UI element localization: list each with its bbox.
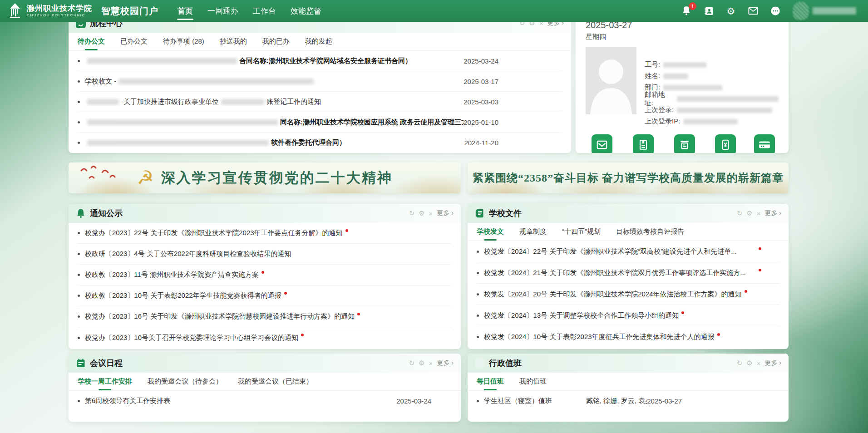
process-tab[interactable]: 我的发起 [305, 33, 332, 50]
profile-card: 2025-03-27 星期四 工号:姓名:部门:邮箱地址:上次登录:上次登录IP… [576, 14, 789, 153]
item-text: -关于加快推进市级行政事业单位账登记工作的通知 [85, 98, 464, 106]
item-text: 软件著作委托代理合同） [85, 138, 464, 147]
refresh-icon[interactable]: ↻ [409, 209, 415, 217]
item-date: 2025-03-03 [464, 98, 498, 106]
more-link[interactable]: 更多 › [437, 209, 454, 217]
field-label: 工号: [645, 60, 660, 69]
bell-icon[interactable]: 1 [681, 6, 691, 16]
notice-list-item[interactable]: 校党办〔2023〕10号关于召开学校党委理论学习中心组学习会议的通知 [78, 327, 452, 348]
item-date: 2025-03-17 [464, 78, 498, 85]
close-icon[interactable]: × [429, 210, 433, 217]
bullet-icon [78, 232, 80, 234]
quick-link-我的邮件[interactable]: 我的邮件 [589, 134, 615, 153]
file-list-item[interactable]: 校党发〔2024〕10号 关于表彰2023年度征兵工作先进集体和先进个人的通报 [477, 326, 779, 348]
bullet-icon [477, 400, 479, 402]
meetings-tab[interactable]: 我的受邀会议（已结束） [238, 373, 313, 390]
process-list-item[interactable]: 软件著作委托代理合同）2024-11-20 [78, 133, 562, 153]
gear-icon[interactable]: ⚙ [746, 359, 752, 367]
file-list-item[interactable]: 校党发〔2024〕20号 关于印发《滁州职业技术学院2024年依法治校工作方案》… [477, 284, 779, 305]
mail-icon[interactable] [748, 6, 758, 16]
quick-link-图书借阅[interactable]: 图书借阅 [631, 134, 656, 153]
quick-link-一卡通[interactable]: 一卡通 [754, 134, 775, 153]
process-tab[interactable]: 待办事项 (28) [163, 33, 204, 50]
process-tab[interactable]: 已办公文 [120, 33, 148, 50]
unread-dot [759, 247, 761, 250]
redacted-value [677, 108, 772, 113]
item-date: 2025-03-27 [647, 397, 682, 405]
meetings-tab[interactable]: 我的受邀会议（待参会） [148, 373, 222, 390]
process-list-item[interactable]: 学校收文 -2025-03-17 [78, 71, 562, 92]
document-icon [475, 208, 485, 218]
process-list-item[interactable]: 合同名称:滁州职业技术学院网站域名安全服务证书合同）2025-03-24 [78, 51, 562, 71]
duty-tabs: 每日值班我的值班 [468, 373, 789, 391]
more-link[interactable]: 更多 › [764, 209, 781, 217]
card-controls: ↻⚙×更多 › [409, 359, 454, 367]
user-menu[interactable] [793, 2, 856, 20]
more-link[interactable]: 更多 › [437, 359, 454, 367]
nav-item-效能监督[interactable]: 效能监督 [291, 0, 321, 22]
process-tab[interactable]: 我的已办 [262, 33, 290, 50]
bullet-icon [78, 253, 80, 255]
notice-list-item[interactable]: 校政研〔2023〕4号 关于公布2022年度科研项目检查验收结果的通知 [78, 244, 452, 265]
files-tab[interactable]: 学校发文 [477, 223, 504, 241]
settings-gear-icon[interactable]: ⚙ [726, 6, 736, 16]
profile-photo-placeholder [586, 47, 636, 114]
notice-list-item[interactable]: 校政教〔2023〕11号 滁州职业技术学院资产清查实施方案 [78, 265, 452, 285]
gear-icon[interactable]: ⚙ [746, 209, 752, 217]
nav-item-一网通办[interactable]: 一网通办 [207, 0, 238, 22]
close-icon[interactable]: × [757, 359, 761, 367]
gear-icon[interactable]: ⚙ [419, 209, 424, 217]
notice-list-item[interactable]: 校政教〔2023〕10号 关于表彰2022年学生技能竞赛获得者的通报 [78, 285, 452, 306]
file-list-item[interactable]: 校党发〔2024〕13号 关于调整学校校企合作工作领导小组的通知 [477, 305, 779, 326]
files-tab[interactable]: 规章制度 [519, 223, 547, 241]
quick-link-我的工资[interactable]: 我的工资 [713, 134, 738, 153]
party-emblem-icon: ☭ [137, 168, 154, 187]
unread-dot [717, 333, 720, 336]
gear-icon[interactable]: ⚙ [419, 359, 424, 367]
file-list-item[interactable]: 校党发〔2024〕21号 关于印发《滁州职业技术学院双月优秀工作事项评选工作实施… [477, 262, 779, 284]
banner-party-spirit[interactable]: ☭ 深入学习宣传贯彻党的二十大精神 [69, 162, 461, 193]
meeting-list-item[interactable]: 第6周校领导有关工作安排表2025-03-24 [78, 391, 452, 411]
file-list-item[interactable]: 校党发〔2024〕22号 关于印发《滁州职业技术学院“双高校”建设先进个人和先进… [477, 241, 779, 262]
user-avatar [793, 2, 809, 20]
process-tab[interactable]: 待办公文 [78, 33, 105, 50]
profile-field: 姓名: [645, 70, 779, 82]
portal-title: 智慧校园门户 [101, 5, 158, 17]
item-text: 校党办〔2023〕22号 关于印发《滁州职业技术学院2023年工作要点任务分解》… [85, 229, 452, 237]
files-tab[interactable]: “十四五”规划 [562, 223, 601, 241]
meetings-tab[interactable]: 学校一周工作安排 [78, 373, 132, 390]
duty-header: 行政值班 ↻⚙×更多 › [468, 354, 789, 373]
card-icon [754, 134, 775, 153]
banner-goal-slogan[interactable]: 紧紧围绕“2358”奋斗目标 奋力谱写学校高质量发展的崭新篇章 [468, 162, 789, 193]
bullet-icon [78, 121, 80, 123]
nav-item-首页[interactable]: 首页 [178, 0, 193, 22]
book-icon [633, 134, 654, 153]
notice-list-item[interactable]: 校党办〔2023〕16号 关于印发《滁州职业技术学院智慧校园建设推进年行动方案》… [78, 306, 452, 327]
more-link[interactable]: 更多 › [764, 359, 781, 367]
duty-tab[interactable]: 我的值班 [519, 373, 547, 390]
notices-list: 校党办〔2023〕22号 关于印发《滁州职业技术学院2023年工作要点任务分解》… [69, 223, 461, 348]
process-list-item[interactable]: 同名称:滁州职业技术学院校园应用系统 政务云使用及管理三方合同）2025-01-… [78, 112, 562, 133]
field-label: 上次登录: [645, 106, 674, 114]
process-list-item[interactable]: -关于加快推进市级行政事业单位账登记工作的通知2025-03-03 [78, 92, 562, 112]
item-text: 合同名称:滁州职业技术学院网站域名安全服务证书合同） [85, 57, 464, 65]
redacted-text [118, 79, 314, 84]
duty-people: 臧铭, 徐姗, 罗云, 袁夕良, 安婷婷... [586, 397, 647, 405]
close-icon[interactable]: × [757, 210, 761, 217]
notice-list-item[interactable]: 校党办〔2023〕22号 关于印发《滁州职业技术学院2023年工作要点任务分解》… [78, 223, 452, 244]
refresh-icon[interactable]: ↻ [409, 359, 415, 367]
files-tab[interactable]: 目标绩效考核自评报告 [616, 223, 684, 241]
nav-item-工作台[interactable]: 工作台 [253, 0, 276, 22]
more-menu-icon[interactable] [770, 6, 780, 16]
unread-dot [345, 229, 348, 232]
close-icon[interactable]: × [429, 359, 433, 367]
refresh-icon[interactable]: ↻ [737, 359, 743, 367]
process-tab[interactable]: 抄送我的 [220, 33, 247, 50]
contacts-icon[interactable] [704, 6, 714, 16]
field-label: 姓名: [645, 72, 660, 80]
duty-icon [475, 358, 485, 368]
duty-tab[interactable]: 每日值班 [477, 373, 504, 390]
duty-list-item[interactable]: 学生社区（寝室）值班臧铭, 徐姗, 罗云, 袁夕良, 安婷婷...2025-03… [477, 391, 779, 411]
quick-link-我的课程[interactable]: 我的课程 [672, 134, 697, 153]
refresh-icon[interactable]: ↻ [737, 209, 743, 217]
